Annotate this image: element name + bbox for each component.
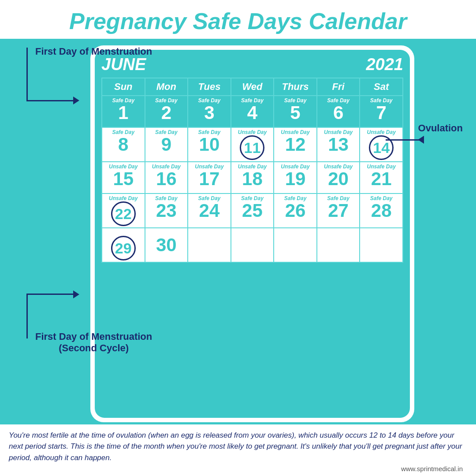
calendar-cell: Safe Day27 (317, 193, 360, 228)
cell-number: 27 (328, 200, 349, 221)
website-link: www.sprintmedical.in (9, 463, 467, 472)
cell-number: 10 (199, 134, 220, 155)
cell-number: 6 (333, 102, 343, 123)
annotation-bottom-line-h (26, 294, 75, 295)
calendar-row: Unsafe Day22Safe Day23Safe Day24Safe Day… (102, 193, 403, 228)
cell-number: 20 (328, 168, 349, 189)
calendar-header-row: Sun Mon Tues Wed Thurs Fri Sat (102, 78, 403, 96)
annotation-bottom-arrow (73, 290, 79, 298)
cell-number: 24 (199, 200, 220, 221)
cell-number: 12 (285, 134, 306, 155)
calendar-cell: Unsafe Day18 (231, 162, 274, 193)
calendar-wrapper: JUNE 2021 Sun Mon Tues Wed Thurs Fri Sat (90, 45, 414, 422)
cell-number: 21 (371, 168, 392, 189)
calendar-cell: Safe Day10 (188, 127, 231, 162)
col-thurs: Thurs (274, 78, 317, 96)
annotation-top-arrow (73, 97, 79, 104)
calendar-cell: Unsafe Day16 (145, 162, 188, 193)
calendar-cell: Safe Day23 (145, 193, 188, 228)
cell-label: Unsafe Day (362, 129, 401, 135)
col-sun: Sun (102, 78, 145, 96)
calendar-cell (274, 228, 317, 262)
fertility-text: You're most fertile at the time of ovula… (9, 430, 467, 464)
calendar-cell (188, 228, 231, 262)
annotation-first-day-bottom: First Day of Menstruation (Second Cycle) (35, 331, 152, 354)
col-fri: Fri (317, 78, 360, 96)
col-sat: Sat (360, 78, 403, 96)
calendar-row: Safe Day1Safe Day2Safe Day3Safe Day4Safe… (102, 96, 403, 127)
calendar-cell: Safe Day3 (188, 96, 231, 127)
calendar-cell: Unsafe Day21 (360, 162, 403, 193)
cell-circled: 22 (104, 201, 143, 226)
cell-number: 22 (111, 201, 136, 226)
calendar-cell: Safe Day24 (188, 193, 231, 228)
col-mon: Mon (145, 78, 188, 96)
calendar-cell: Safe Day9 (145, 127, 188, 162)
calendar-cell: Safe Day4 (231, 96, 274, 127)
calendar-cell: 29 (102, 228, 145, 262)
cell-number: 2 (161, 102, 171, 123)
annotation-top-line-v (26, 48, 28, 100)
calendar-cell (360, 228, 403, 262)
cell-number: 3 (204, 102, 214, 123)
teal-section: First Day of Menstruation Ovulation JUNE… (0, 39, 476, 424)
calendar-cell: Safe Day26 (274, 193, 317, 228)
calendar-year: 2021 (366, 55, 403, 74)
cell-number: 18 (242, 168, 263, 189)
annotation-first-day-top: First Day of Menstruation (35, 46, 152, 57)
cell-circled: 11 (233, 135, 272, 160)
calendar-cell: Safe Day7 (360, 96, 403, 127)
calendar-cell: Unsafe Day13 (317, 127, 360, 162)
calendar-cell: Unsafe Day11 (231, 127, 274, 162)
calendar-month: JUNE (101, 55, 146, 74)
annotation-bottom-line-v (26, 294, 28, 338)
calendar-row: Unsafe Day15Unsafe Day16Unsafe Day17Unsa… (102, 162, 403, 193)
calendar-cell: Safe Day2 (145, 96, 188, 127)
cell-number: 1 (118, 102, 128, 123)
cell-number: 26 (285, 200, 306, 221)
calendar-cell (317, 228, 360, 262)
cell-number: 19 (285, 168, 306, 189)
annotation-ovulation: Ovulation (418, 123, 463, 136)
cell-label: Unsafe Day (233, 129, 272, 135)
calendar-header: JUNE 2021 (101, 55, 403, 74)
calendar-cell: Unsafe Day12 (274, 127, 317, 162)
cell-number: 16 (156, 168, 177, 189)
col-tues: Tues (188, 78, 231, 96)
calendar-cell: Safe Day28 (360, 193, 403, 228)
cell-number: 15 (113, 168, 134, 189)
top-section: Pregnancy Safe Days Calendar (0, 0, 476, 39)
bottom-text-section: You're most fertile at the time of ovula… (0, 424, 476, 476)
calendar-cell: Unsafe Day22 (102, 193, 145, 228)
calendar-cell: Unsafe Day15 (102, 162, 145, 193)
calendar-cell: Safe Day6 (317, 96, 360, 127)
calendar-cell: Safe Day8 (102, 127, 145, 162)
cell-number: 4 (247, 102, 257, 123)
calendar-cell: 30 (145, 228, 188, 262)
calendar-cell: Unsafe Day14 (360, 127, 403, 162)
cell-number: 28 (371, 200, 392, 221)
cell-number: 13 (328, 134, 349, 155)
ovulation-arrow (418, 136, 424, 144)
calendar-cell: Unsafe Day20 (317, 162, 360, 193)
calendar-cell (231, 228, 274, 262)
calendar-cell: Safe Day25 (231, 193, 274, 228)
cell-number: 29 (111, 236, 136, 260)
cell-number: 17 (199, 168, 220, 189)
cell-number: 30 (156, 234, 177, 255)
calendar-inner: JUNE 2021 Sun Mon Tues Wed Thurs Fri Sat (95, 50, 410, 418)
col-wed: Wed (231, 78, 274, 96)
calendar-grid: Sun Mon Tues Wed Thurs Fri Sat Safe Day1… (101, 78, 403, 263)
annotation-top-line-h (26, 100, 75, 101)
calendar-row: Safe Day8Safe Day9Safe Day10Unsafe Day11… (102, 127, 403, 162)
calendar-row: 29 30 (102, 228, 403, 262)
cell-circled: 29 (104, 236, 143, 260)
ovulation-line (386, 139, 421, 141)
cell-number: 9 (161, 134, 171, 155)
cell-number: 7 (376, 102, 387, 123)
page-title: Pregnancy Safe Days Calendar (9, 8, 467, 34)
main-container: Pregnancy Safe Days Calendar First Day o… (0, 0, 476, 476)
cell-number: 25 (242, 200, 263, 221)
calendar-cell: Safe Day1 (102, 96, 145, 127)
cell-number: 23 (156, 200, 177, 221)
